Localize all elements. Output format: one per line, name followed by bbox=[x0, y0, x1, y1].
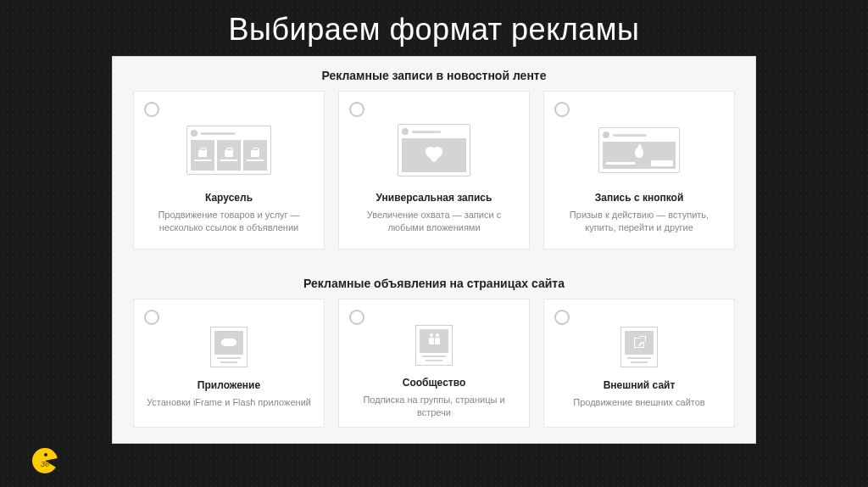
slide-title: Выбираем формат рекламы bbox=[0, 0, 868, 56]
card-desc: Призыв к действию — вступить, купить, пе… bbox=[553, 209, 726, 235]
section-title-newsfeed: Рекламные записи в новостной ленте bbox=[113, 57, 755, 91]
radio-universal[interactable] bbox=[349, 102, 364, 117]
card-desc: Увеличение охвата — записи с любыми влож… bbox=[348, 209, 520, 235]
card-title: Универсальная запись bbox=[376, 192, 492, 204]
gamepad-icon bbox=[223, 339, 235, 346]
card-desc: Продвижение внешних сайтов bbox=[570, 396, 708, 409]
community-illustration bbox=[387, 323, 481, 368]
card-desc: Установки iFrame и Flash приложений bbox=[143, 396, 314, 409]
universal-illustration bbox=[387, 120, 481, 180]
card-external-site[interactable]: Внешний сайт Продвижение внешних сайтов bbox=[543, 299, 735, 428]
page-number: 36 bbox=[41, 460, 49, 468]
radio-carousel[interactable] bbox=[144, 102, 159, 117]
card-title: Внешний сайт bbox=[604, 379, 676, 391]
card-carousel[interactable]: Карусель Продвижение товаров и услуг — н… bbox=[133, 91, 325, 249]
card-button-post[interactable]: Запись с кнопкой Призыв к действию — вст… bbox=[543, 91, 735, 249]
section-title-sitepages: Рекламные объявления на страницах сайта bbox=[113, 265, 755, 299]
card-desc: Продвижение товаров и услуг — несколько … bbox=[142, 209, 315, 235]
card-app[interactable]: Приложение Установки iFrame и Flash прил… bbox=[133, 299, 325, 428]
external-link-icon bbox=[634, 338, 644, 348]
card-title: Запись с кнопкой bbox=[595, 192, 684, 204]
app-illustration bbox=[182, 323, 275, 371]
card-desc: Подписка на группы, страницы и встречи bbox=[348, 394, 520, 420]
card-title: Приложение bbox=[198, 379, 260, 391]
card-title: Сообщество bbox=[403, 377, 465, 389]
sitepage-cards: Приложение Установки iFrame и Flash прил… bbox=[113, 299, 755, 443]
card-universal[interactable]: Универсальная запись Увеличение охвата —… bbox=[338, 91, 530, 249]
card-community[interactable]: Сообщество Подписка на группы, страницы … bbox=[338, 299, 530, 428]
card-title: Карусель bbox=[205, 192, 253, 204]
radio-app[interactable] bbox=[144, 310, 159, 325]
newsfeed-cards: Карусель Продвижение товаров и услуг — н… bbox=[113, 91, 755, 265]
radio-community[interactable] bbox=[349, 310, 364, 325]
button-post-illustration bbox=[593, 120, 686, 180]
people-icon bbox=[429, 338, 440, 344]
ad-format-panel: Рекламные записи в новостной ленте Карус… bbox=[112, 56, 756, 444]
radio-button-post[interactable] bbox=[554, 102, 570, 117]
external-site-illustration bbox=[593, 323, 686, 371]
radio-external-site[interactable] bbox=[554, 310, 570, 325]
carousel-illustration bbox=[182, 120, 275, 180]
